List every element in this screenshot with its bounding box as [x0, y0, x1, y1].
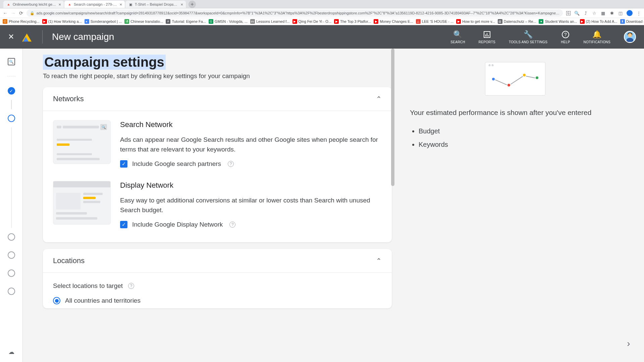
browser-tab-active[interactable]: 🔺 Search campaign - 279-560-1 × — [64, 1, 125, 8]
left-stepper-rail: 🔍 ✓ ☁ — [0, 49, 23, 362]
bookmark-item[interactable]: #Tutorial: Eigene Fa... — [166, 19, 206, 24]
tab-title: T-Shirt – Beispiel Dropshipping — [135, 2, 178, 6]
card-header[interactable]: Locations ⌃ — [43, 249, 392, 273]
scrollbar[interactable] — [391, 49, 394, 186]
close-icon[interactable]: × — [119, 2, 122, 7]
bookmark-item[interactable]: ▶How to get more v... — [456, 19, 495, 24]
bookmark-item[interactable]: OPhone Recycling... — [3, 19, 40, 24]
share-icon[interactable]: ⤴ — [583, 10, 588, 16]
locations-card: Locations ⌃ Select locations to target ?… — [43, 249, 392, 308]
search-network-illustration: 🔍 — [53, 120, 111, 164]
bookmark-item[interactable]: ▶The Top 3 Platfor... — [334, 19, 371, 24]
search-button[interactable]: 🔍 SEARCH — [450, 30, 465, 44]
bookmark-item[interactable]: ▶(1) How Working a... — [42, 19, 82, 24]
close-button[interactable]: ✕ — [8, 33, 14, 41]
help-icon[interactable]: ? — [228, 161, 234, 167]
star-icon[interactable]: ☆ — [592, 10, 597, 16]
list-item: Keywords — [419, 138, 621, 151]
step-pending[interactable] — [8, 269, 15, 277]
tablist-icon[interactable]: ◫ — [618, 10, 623, 16]
svg-rect-2 — [487, 33, 487, 37]
cloud-icon[interactable]: ☁ — [8, 348, 14, 356]
help-icon[interactable]: ? — [128, 283, 134, 289]
profile-icon[interactable] — [627, 10, 633, 16]
reload-button[interactable]: ⟳ — [18, 10, 24, 16]
search-icon[interactable]: 🔍 — [574, 10, 580, 16]
tools-button[interactable]: 🔧 TOOLS AND SETTINGS — [509, 30, 547, 44]
chevron-up-icon[interactable]: ⌃ — [376, 95, 382, 103]
help-icon[interactable]: ? — [229, 222, 235, 228]
step-current[interactable] — [8, 115, 15, 122]
tab-favicon: ▣ — [128, 2, 133, 7]
search-network-title: Search Network — [120, 120, 382, 129]
menu-icon[interactable]: ⋮ — [636, 10, 641, 16]
estimate-text: Your estimated performance is shown afte… — [410, 108, 621, 118]
locations-subtitle: Select locations to target — [53, 282, 123, 290]
divider — [42, 30, 43, 44]
browser-tab-strip: 🔺 Onlinewerbung leicht gemacht × 🔺 Searc… — [0, 0, 644, 8]
reports-button[interactable]: REPORTS — [479, 30, 495, 44]
tab-title: Onlinewerbung leicht gemacht — [13, 2, 56, 6]
bookmark-item[interactable]: 译Chinese translatio... — [124, 19, 163, 24]
estimate-panel: Your estimated performance is shown afte… — [392, 49, 644, 362]
step-pending[interactable] — [8, 251, 15, 259]
browser-tab[interactable]: 🔺 Onlinewerbung leicht gemacht × — [3, 1, 64, 8]
location-radio-all[interactable] — [53, 297, 60, 304]
action-label: REPORTS — [479, 40, 495, 44]
checkbox-label: Include Google search partners — [132, 160, 221, 168]
action-label: HELP — [561, 40, 570, 44]
bookmark-item[interactable]: ●Student Wants an... — [539, 19, 577, 24]
bookmark-item[interactable]: ⬇Download – Cooki... — [620, 19, 644, 24]
bookmark-item[interactable]: ▶(2) How To Add A... — [580, 19, 618, 24]
bookmark-item[interactable]: ▸Sonderangebot | ... — [85, 19, 122, 24]
overview-step-icon[interactable]: 🔍 — [8, 58, 15, 65]
page-title: New campaign — [52, 32, 114, 42]
search-icon: 🔍 — [453, 30, 462, 39]
action-label: NOTIFICATIONS — [584, 40, 610, 44]
app-header: ✕ New campaign 🔍 SEARCH REPORTS 🔧 TOOLS … — [0, 25, 644, 49]
action-label: SEARCH — [450, 40, 465, 44]
chevron-up-icon[interactable]: ⌃ — [376, 257, 382, 265]
avatar[interactable] — [624, 31, 636, 43]
display-network-checkbox[interactable]: ✓ — [120, 221, 127, 228]
step-completed[interactable]: ✓ — [8, 87, 15, 95]
bookmark-item[interactable]: evLessons Learned f... — [250, 19, 290, 24]
networks-card: Networks ⌃ 🔍 — [43, 87, 392, 242]
bookmark-item[interactable]: △LEE 'S HOUSE - ... — [416, 19, 453, 24]
section-title: Campaign settings — [43, 55, 166, 70]
bookmark-item[interactable]: ▶Money Changes E... — [374, 19, 413, 24]
address-bar[interactable]: 🔒 ads.google.com/aw/campaigns/new/search… — [26, 9, 563, 17]
next-button[interactable]: › — [621, 336, 636, 351]
card-header[interactable]: Networks ⌃ — [43, 87, 392, 111]
bell-icon: 🔔 — [592, 30, 601, 39]
action-label: TOOLS AND SETTINGS — [509, 40, 547, 44]
translate-icon[interactable]: 🄶 — [566, 10, 571, 16]
help-button[interactable]: ? HELP — [561, 30, 570, 44]
search-partners-checkbox[interactable]: ✓ — [120, 160, 127, 168]
bookmark-item[interactable]: GGMSN - Vologda, ... — [209, 19, 248, 24]
estimate-list: Budget Keywords — [410, 124, 621, 151]
extension-icon[interactable]: ▦ — [600, 10, 606, 16]
puzzle-icon[interactable]: ✱ — [609, 10, 614, 16]
tab-favicon: 🔺 — [6, 2, 11, 7]
display-network-title: Display Network — [120, 181, 382, 190]
step-pending[interactable] — [8, 288, 15, 295]
bookmark-item[interactable]: ▶Qing Fei De Yi - O... — [292, 19, 331, 24]
checkbox-label: Include Google Display Network — [132, 221, 223, 228]
tab-title: Search campaign - 279-560-1 — [74, 2, 117, 6]
google-ads-logo — [22, 32, 33, 42]
notifications-button[interactable]: 🔔 NOTIFICATIONS — [584, 30, 610, 44]
close-icon[interactable]: × — [180, 2, 183, 7]
bookmark-bar: OPhone Recycling... ▶(1) How Working a..… — [0, 18, 644, 25]
wrench-icon: 🔧 — [524, 30, 533, 39]
close-icon[interactable]: × — [58, 2, 61, 7]
new-tab-button[interactable]: + — [189, 1, 196, 8]
step-pending[interactable] — [8, 233, 15, 241]
browser-tab[interactable]: ▣ T-Shirt – Beispiel Dropshipping × — [125, 1, 186, 8]
forward-button[interactable]: → — [11, 10, 16, 16]
search-network-desc: Ads can appear near Google Search result… — [120, 135, 382, 154]
svg-rect-1 — [485, 35, 486, 37]
back-button[interactable]: ← — [3, 10, 8, 16]
bookmark-item[interactable]: ▤Datenschutz – Re... — [498, 19, 536, 24]
display-network-illustration — [53, 181, 111, 225]
